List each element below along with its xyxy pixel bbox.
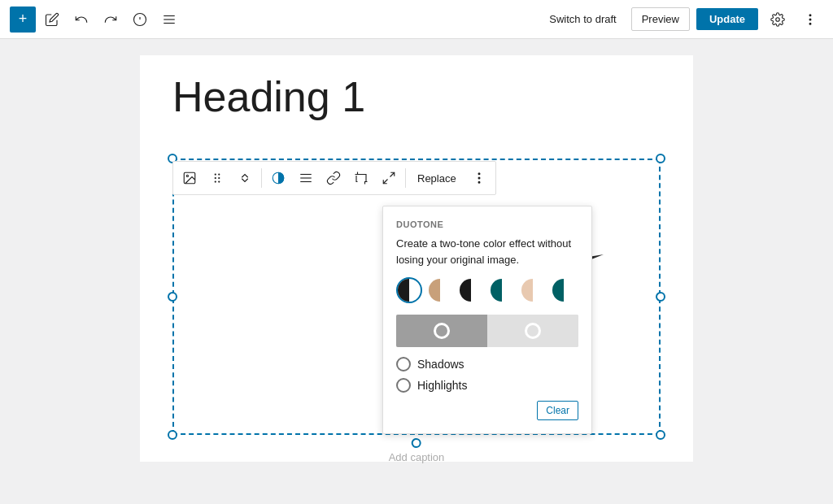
block-more-button[interactable] bbox=[466, 165, 492, 191]
highlights-option[interactable]: Highlights bbox=[396, 378, 578, 393]
heading-1[interactable]: Heading 1 bbox=[172, 72, 661, 122]
crop-icon bbox=[354, 171, 369, 185]
highlights-label: Highlights bbox=[417, 379, 467, 392]
block-toolbar: Replace bbox=[172, 161, 496, 195]
preview-button[interactable]: Preview bbox=[631, 7, 690, 31]
editor-content: Heading 1 bbox=[140, 55, 693, 462]
swatch-0[interactable] bbox=[396, 277, 422, 303]
edit-icon bbox=[45, 12, 59, 27]
move-up-down-button[interactable] bbox=[232, 165, 258, 191]
shadows-label: Shadows bbox=[417, 358, 464, 371]
svg-point-8 bbox=[809, 19, 811, 20]
image-icon bbox=[182, 171, 197, 185]
block-more-icon bbox=[472, 171, 486, 185]
resize-handle-left-middle[interactable] bbox=[168, 292, 177, 302]
switch-to-draft-button[interactable]: Switch to draft bbox=[541, 8, 624, 30]
svg-point-11 bbox=[186, 175, 188, 176]
update-button[interactable]: Update bbox=[696, 8, 758, 30]
link-button[interactable] bbox=[321, 165, 347, 191]
undo-icon bbox=[74, 12, 89, 27]
swatch-3[interactable] bbox=[489, 277, 515, 303]
more-vertical-icon bbox=[803, 12, 818, 27]
clear-button[interactable]: Clear bbox=[537, 401, 578, 420]
resize-handle-bottom-right[interactable] bbox=[656, 430, 665, 440]
shadows-radio[interactable] bbox=[396, 357, 411, 371]
color-picker-right[interactable] bbox=[487, 315, 578, 347]
svg-point-7 bbox=[809, 15, 811, 16]
align-button[interactable] bbox=[293, 165, 319, 191]
redo-icon bbox=[103, 12, 118, 27]
toolbar-divider-1 bbox=[261, 168, 262, 188]
edit-icon-button[interactable] bbox=[39, 7, 65, 33]
svg-point-24 bbox=[478, 173, 480, 175]
drag-handle-icon bbox=[210, 171, 225, 185]
svg-point-15 bbox=[218, 177, 220, 179]
editor-area: Heading 1 bbox=[0, 39, 833, 504]
link-icon bbox=[326, 171, 341, 185]
image-icon-button[interactable] bbox=[177, 165, 203, 191]
svg-point-26 bbox=[478, 182, 480, 184]
svg-point-17 bbox=[218, 180, 220, 182]
more-options-button[interactable] bbox=[797, 7, 823, 33]
svg-point-12 bbox=[215, 173, 216, 175]
highlights-radio[interactable] bbox=[396, 378, 411, 393]
add-block-button[interactable]: + bbox=[10, 7, 36, 33]
svg-point-16 bbox=[215, 180, 216, 182]
duotone-swatches bbox=[396, 277, 578, 303]
swatch-1[interactable] bbox=[427, 277, 453, 303]
caption-handle bbox=[412, 438, 421, 448]
duotone-title: DUOTONE bbox=[396, 219, 578, 229]
info-icon bbox=[133, 12, 147, 27]
toolbar-right: Switch to draft Preview Update bbox=[541, 7, 823, 33]
info-button[interactable] bbox=[127, 7, 153, 33]
expand-icon bbox=[382, 171, 396, 185]
svg-point-9 bbox=[809, 23, 811, 24]
svg-point-6 bbox=[776, 17, 780, 21]
color-picker-left[interactable] bbox=[396, 315, 487, 347]
add-caption-area[interactable]: Add caption bbox=[389, 438, 445, 463]
picker-handle-left[interactable] bbox=[434, 323, 450, 339]
duotone-button[interactable] bbox=[265, 165, 291, 191]
toolbar-left: + bbox=[10, 7, 182, 33]
settings-icon bbox=[770, 12, 785, 27]
svg-line-23 bbox=[383, 180, 387, 184]
top-toolbar: + Switch to draft Preview Update bbox=[0, 0, 833, 39]
svg-line-22 bbox=[390, 172, 395, 176]
shadows-option[interactable]: Shadows bbox=[396, 357, 578, 371]
replace-button[interactable]: Replace bbox=[409, 165, 464, 191]
svg-point-25 bbox=[478, 177, 480, 179]
swatch-2[interactable] bbox=[458, 277, 484, 303]
arrows-up-down-icon bbox=[238, 171, 252, 185]
resize-handle-top-right[interactable] bbox=[656, 154, 665, 163]
duotone-description: Create a two-tone color effect without l… bbox=[396, 236, 578, 267]
svg-point-14 bbox=[215, 177, 216, 179]
settings-button[interactable] bbox=[765, 7, 791, 33]
color-picker[interactable] bbox=[396, 315, 578, 347]
svg-point-13 bbox=[218, 173, 220, 175]
clear-row: Clear bbox=[396, 401, 578, 420]
picker-handle-right[interactable] bbox=[525, 323, 541, 339]
list-view-button[interactable] bbox=[156, 7, 182, 33]
duotone-popup: DUOTONE Create a two-tone color effect w… bbox=[382, 206, 592, 434]
duotone-icon bbox=[271, 171, 286, 185]
toolbar-divider-2 bbox=[405, 168, 406, 188]
swatch-4[interactable] bbox=[520, 277, 546, 303]
expand-button[interactable] bbox=[376, 165, 402, 191]
list-view-icon bbox=[162, 12, 177, 27]
add-caption-label: Add caption bbox=[389, 451, 445, 463]
swatch-5[interactable] bbox=[551, 277, 577, 303]
resize-handle-bottom-left[interactable] bbox=[168, 430, 177, 440]
crop-button[interactable] bbox=[348, 165, 374, 191]
resize-handle-right-middle[interactable] bbox=[656, 292, 665, 302]
undo-button[interactable] bbox=[68, 7, 94, 33]
drag-handle-button[interactable] bbox=[204, 165, 230, 191]
redo-button[interactable] bbox=[98, 7, 124, 33]
align-icon bbox=[299, 171, 313, 185]
